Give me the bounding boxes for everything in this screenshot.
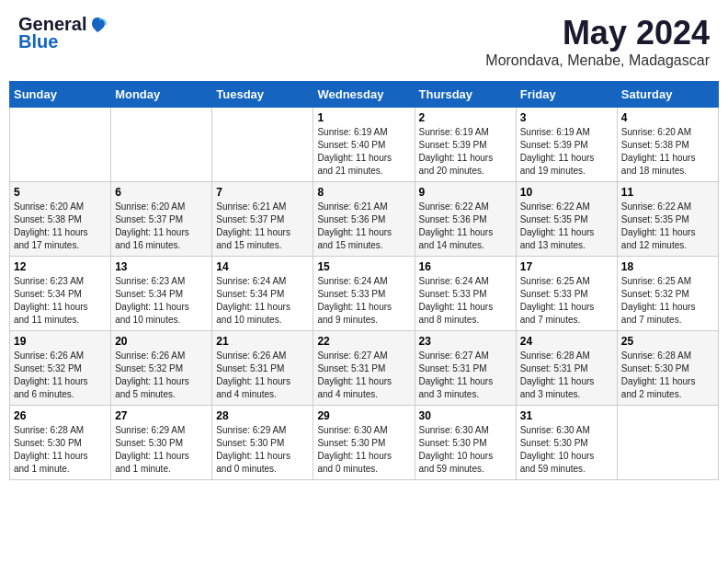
- calendar-cell: 28Sunrise: 6:29 AM Sunset: 5:30 PM Dayli…: [212, 406, 313, 480]
- logo: General Blue: [18, 14, 107, 52]
- day-info: Sunrise: 6:24 AM Sunset: 5:33 PM Dayligh…: [317, 275, 410, 327]
- day-number: 7: [216, 186, 309, 199]
- calendar-cell: 17Sunrise: 6:25 AM Sunset: 5:33 PM Dayli…: [516, 257, 617, 331]
- week-row-3: 12Sunrise: 6:23 AM Sunset: 5:34 PM Dayli…: [10, 257, 719, 331]
- page-header: General Blue May 2024 Morondava, Menabe,…: [9, 9, 719, 74]
- location-text: Morondava, Menabe, Madagascar: [485, 52, 710, 69]
- day-info: Sunrise: 6:19 AM Sunset: 5:39 PM Dayligh…: [419, 126, 512, 178]
- day-info: Sunrise: 6:24 AM Sunset: 5:34 PM Dayligh…: [216, 275, 309, 327]
- day-info: Sunrise: 6:21 AM Sunset: 5:36 PM Dayligh…: [317, 201, 410, 252]
- day-number: 24: [520, 335, 613, 348]
- day-number: 1: [317, 111, 410, 124]
- day-number: 12: [14, 260, 107, 273]
- day-info: Sunrise: 6:23 AM Sunset: 5:34 PM Dayligh…: [115, 275, 208, 327]
- calendar-cell: 5Sunrise: 6:20 AM Sunset: 5:38 PM Daylig…: [10, 182, 111, 257]
- day-info: Sunrise: 6:28 AM Sunset: 5:30 PM Dayligh…: [621, 350, 714, 401]
- day-info: Sunrise: 6:28 AM Sunset: 5:31 PM Dayligh…: [520, 350, 613, 401]
- day-info: Sunrise: 6:27 AM Sunset: 5:31 PM Dayligh…: [419, 350, 512, 401]
- day-number: 5: [14, 186, 107, 199]
- calendar-cell: [212, 108, 313, 182]
- calendar-cell: 25Sunrise: 6:28 AM Sunset: 5:30 PM Dayli…: [617, 331, 718, 406]
- day-number: 20: [115, 335, 208, 348]
- day-number: 30: [419, 409, 512, 422]
- calendar-cell: 30Sunrise: 6:30 AM Sunset: 5:30 PM Dayli…: [415, 406, 516, 480]
- day-info: Sunrise: 6:23 AM Sunset: 5:34 PM Dayligh…: [14, 275, 107, 327]
- day-info: Sunrise: 6:30 AM Sunset: 5:30 PM Dayligh…: [317, 424, 410, 476]
- day-info: Sunrise: 6:25 AM Sunset: 5:33 PM Dayligh…: [520, 275, 613, 327]
- calendar-cell: 1Sunrise: 6:19 AM Sunset: 5:40 PM Daylig…: [313, 108, 415, 182]
- day-number: 15: [317, 260, 410, 273]
- calendar-cell: 24Sunrise: 6:28 AM Sunset: 5:31 PM Dayli…: [516, 331, 617, 406]
- day-info: Sunrise: 6:24 AM Sunset: 5:33 PM Dayligh…: [419, 275, 512, 327]
- calendar-cell: 4Sunrise: 6:20 AM Sunset: 5:38 PM Daylig…: [617, 108, 718, 182]
- calendar-cell: [10, 108, 111, 182]
- day-info: Sunrise: 6:25 AM Sunset: 5:32 PM Dayligh…: [621, 275, 714, 327]
- col-header-saturday: Saturday: [617, 82, 718, 108]
- calendar-cell: 2Sunrise: 6:19 AM Sunset: 5:39 PM Daylig…: [415, 108, 516, 182]
- day-number: 22: [317, 335, 410, 348]
- day-number: 10: [520, 186, 613, 199]
- calendar-cell: 12Sunrise: 6:23 AM Sunset: 5:34 PM Dayli…: [10, 257, 111, 331]
- month-title: May 2024: [485, 14, 710, 52]
- day-number: 6: [115, 186, 208, 199]
- day-number: 8: [317, 186, 410, 199]
- day-number: 28: [216, 409, 309, 422]
- day-info: Sunrise: 6:26 AM Sunset: 5:32 PM Dayligh…: [14, 350, 107, 401]
- week-row-5: 26Sunrise: 6:28 AM Sunset: 5:30 PM Dayli…: [10, 406, 719, 480]
- calendar-table: SundayMondayTuesdayWednesdayThursdayFrid…: [9, 81, 719, 480]
- week-row-1: 1Sunrise: 6:19 AM Sunset: 5:40 PM Daylig…: [10, 108, 719, 182]
- calendar-cell: 31Sunrise: 6:30 AM Sunset: 5:30 PM Dayli…: [516, 406, 617, 480]
- calendar-cell: 3Sunrise: 6:19 AM Sunset: 5:39 PM Daylig…: [516, 108, 617, 182]
- calendar-cell: 15Sunrise: 6:24 AM Sunset: 5:33 PM Dayli…: [313, 257, 415, 331]
- calendar-cell: 27Sunrise: 6:29 AM Sunset: 5:30 PM Dayli…: [111, 406, 212, 480]
- day-info: Sunrise: 6:26 AM Sunset: 5:31 PM Dayligh…: [216, 350, 309, 401]
- day-info: Sunrise: 6:19 AM Sunset: 5:40 PM Dayligh…: [317, 126, 410, 178]
- day-number: 25: [621, 335, 714, 348]
- col-header-thursday: Thursday: [415, 82, 516, 108]
- calendar-cell: [617, 406, 718, 480]
- day-info: Sunrise: 6:20 AM Sunset: 5:38 PM Dayligh…: [621, 126, 714, 178]
- day-number: 18: [621, 260, 714, 273]
- calendar-cell: 21Sunrise: 6:26 AM Sunset: 5:31 PM Dayli…: [212, 331, 313, 406]
- day-number: 19: [14, 335, 107, 348]
- calendar-cell: 7Sunrise: 6:21 AM Sunset: 5:37 PM Daylig…: [212, 182, 313, 257]
- col-header-tuesday: Tuesday: [212, 82, 313, 108]
- day-number: 9: [419, 186, 512, 199]
- week-row-2: 5Sunrise: 6:20 AM Sunset: 5:38 PM Daylig…: [10, 182, 719, 257]
- day-number: 16: [419, 260, 512, 273]
- day-number: 31: [520, 409, 613, 422]
- day-info: Sunrise: 6:22 AM Sunset: 5:35 PM Dayligh…: [520, 201, 613, 252]
- day-number: 14: [216, 260, 309, 273]
- calendar-cell: 16Sunrise: 6:24 AM Sunset: 5:33 PM Dayli…: [415, 257, 516, 331]
- day-info: Sunrise: 6:30 AM Sunset: 5:30 PM Dayligh…: [520, 424, 613, 476]
- day-info: Sunrise: 6:22 AM Sunset: 5:35 PM Dayligh…: [621, 201, 714, 252]
- col-header-monday: Monday: [111, 82, 212, 108]
- day-number: 21: [216, 335, 309, 348]
- day-number: 11: [621, 186, 714, 199]
- day-number: 17: [520, 260, 613, 273]
- day-number: 23: [419, 335, 512, 348]
- day-number: 2: [419, 111, 512, 124]
- logo-blue-text: Blue: [18, 31, 58, 52]
- day-number: 4: [621, 111, 714, 124]
- calendar-cell: 22Sunrise: 6:27 AM Sunset: 5:31 PM Dayli…: [313, 331, 415, 406]
- day-info: Sunrise: 6:29 AM Sunset: 5:30 PM Dayligh…: [216, 424, 309, 476]
- day-number: 3: [520, 111, 613, 124]
- day-info: Sunrise: 6:20 AM Sunset: 5:38 PM Dayligh…: [14, 201, 107, 252]
- col-header-sunday: Sunday: [10, 82, 111, 108]
- col-header-friday: Friday: [516, 82, 617, 108]
- day-info: Sunrise: 6:21 AM Sunset: 5:37 PM Dayligh…: [216, 201, 309, 252]
- day-info: Sunrise: 6:29 AM Sunset: 5:30 PM Dayligh…: [115, 424, 208, 476]
- calendar-cell: 26Sunrise: 6:28 AM Sunset: 5:30 PM Dayli…: [10, 406, 111, 480]
- calendar-header-row: SundayMondayTuesdayWednesdayThursdayFrid…: [10, 82, 719, 108]
- day-number: 27: [115, 409, 208, 422]
- calendar-cell: 10Sunrise: 6:22 AM Sunset: 5:35 PM Dayli…: [516, 182, 617, 257]
- day-number: 26: [14, 409, 107, 422]
- calendar-cell: 19Sunrise: 6:26 AM Sunset: 5:32 PM Dayli…: [10, 331, 111, 406]
- day-info: Sunrise: 6:20 AM Sunset: 5:37 PM Dayligh…: [115, 201, 208, 252]
- calendar-cell: [111, 108, 212, 182]
- col-header-wednesday: Wednesday: [313, 82, 415, 108]
- calendar-cell: 23Sunrise: 6:27 AM Sunset: 5:31 PM Dayli…: [415, 331, 516, 406]
- week-row-4: 19Sunrise: 6:26 AM Sunset: 5:32 PM Dayli…: [10, 331, 719, 406]
- day-info: Sunrise: 6:27 AM Sunset: 5:31 PM Dayligh…: [317, 350, 410, 401]
